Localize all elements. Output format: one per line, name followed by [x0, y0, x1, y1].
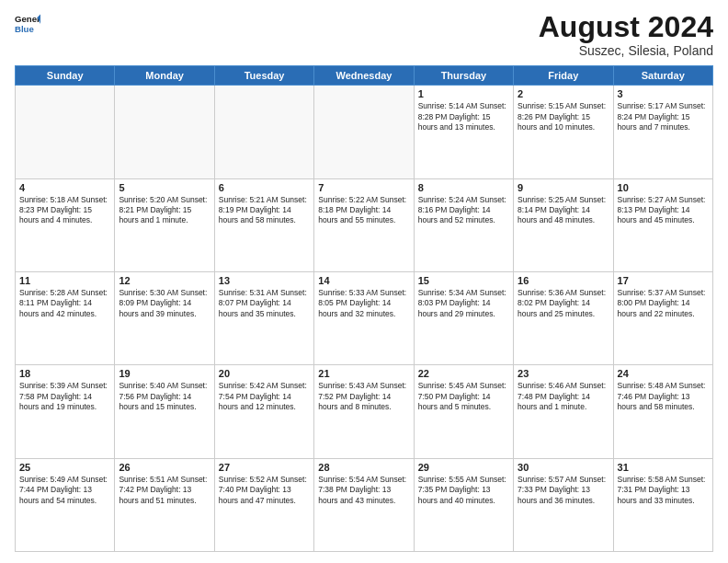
- cell-sun-info: Sunrise: 5:37 AM Sunset: 8:00 PM Dayligh…: [618, 288, 709, 319]
- day-number: 11: [19, 275, 110, 286]
- calendar-cell: 16Sunrise: 5:36 AM Sunset: 8:02 PM Dayli…: [514, 271, 613, 364]
- calendar-header: SundayMondayTuesdayWednesdayThursdayFrid…: [16, 66, 713, 86]
- cell-sun-info: Sunrise: 5:18 AM Sunset: 8:23 PM Dayligh…: [19, 195, 110, 226]
- day-number: 9: [518, 182, 609, 193]
- svg-text:General: General: [15, 14, 40, 24]
- calendar-cell: [115, 86, 214, 178]
- cell-sun-info: Sunrise: 5:25 AM Sunset: 8:14 PM Dayligh…: [518, 195, 609, 226]
- calendar-cell: 7Sunrise: 5:22 AM Sunset: 8:18 PM Daylig…: [314, 178, 414, 271]
- calendar-cell: 1Sunrise: 5:14 AM Sunset: 8:28 PM Daylig…: [414, 86, 513, 178]
- day-number: 19: [119, 368, 210, 379]
- day-number: 29: [418, 462, 509, 473]
- day-number: 3: [618, 88, 709, 99]
- cell-sun-info: Sunrise: 5:49 AM Sunset: 7:44 PM Dayligh…: [19, 475, 110, 506]
- day-number: 5: [119, 182, 210, 193]
- calendar-cell: 23Sunrise: 5:46 AM Sunset: 7:48 PM Dayli…: [514, 365, 613, 458]
- week-row-5: 25Sunrise: 5:49 AM Sunset: 7:44 PM Dayli…: [16, 458, 713, 551]
- svg-text:Blue: Blue: [15, 24, 34, 34]
- cell-sun-info: Sunrise: 5:55 AM Sunset: 7:35 PM Dayligh…: [418, 475, 509, 506]
- month-year: August 2024: [539, 11, 713, 43]
- cell-sun-info: Sunrise: 5:46 AM Sunset: 7:48 PM Dayligh…: [518, 381, 609, 412]
- cell-sun-info: Sunrise: 5:20 AM Sunset: 8:21 PM Dayligh…: [119, 195, 210, 226]
- day-number: 15: [418, 275, 509, 286]
- cell-sun-info: Sunrise: 5:31 AM Sunset: 8:07 PM Dayligh…: [219, 288, 310, 319]
- day-number: 23: [518, 368, 609, 379]
- day-number: 17: [618, 275, 709, 286]
- calendar-cell: 5Sunrise: 5:20 AM Sunset: 8:21 PM Daylig…: [115, 178, 214, 271]
- calendar-cell: 2Sunrise: 5:15 AM Sunset: 8:26 PM Daylig…: [514, 86, 613, 178]
- calendar-cell: 6Sunrise: 5:21 AM Sunset: 8:19 PM Daylig…: [214, 178, 313, 271]
- day-number: 6: [219, 182, 310, 193]
- day-number: 30: [518, 462, 609, 473]
- day-number: 13: [219, 275, 310, 286]
- calendar-cell: 31Sunrise: 5:58 AM Sunset: 7:31 PM Dayli…: [613, 458, 712, 551]
- day-number: 12: [119, 275, 210, 286]
- weekday-header-wednesday: Wednesday: [314, 66, 414, 86]
- weekday-header-thursday: Thursday: [414, 66, 513, 86]
- calendar-cell: 4Sunrise: 5:18 AM Sunset: 8:23 PM Daylig…: [16, 178, 115, 271]
- calendar-cell: 9Sunrise: 5:25 AM Sunset: 8:14 PM Daylig…: [514, 178, 613, 271]
- calendar-cell: [314, 86, 414, 178]
- cell-sun-info: Sunrise: 5:34 AM Sunset: 8:03 PM Dayligh…: [418, 288, 509, 319]
- day-number: 22: [418, 368, 509, 379]
- day-number: 28: [318, 462, 409, 473]
- weekday-header-saturday: Saturday: [613, 66, 712, 86]
- week-row-3: 11Sunrise: 5:28 AM Sunset: 8:11 PM Dayli…: [16, 271, 713, 364]
- day-number: 31: [618, 462, 709, 473]
- cell-sun-info: Sunrise: 5:36 AM Sunset: 8:02 PM Dayligh…: [518, 288, 609, 319]
- cell-sun-info: Sunrise: 5:30 AM Sunset: 8:09 PM Dayligh…: [119, 288, 210, 319]
- weekday-header-sunday: Sunday: [16, 66, 115, 86]
- location: Suszec, Silesia, Poland: [539, 43, 713, 58]
- cell-sun-info: Sunrise: 5:52 AM Sunset: 7:40 PM Dayligh…: [219, 475, 310, 506]
- cell-sun-info: Sunrise: 5:51 AM Sunset: 7:42 PM Dayligh…: [119, 475, 210, 506]
- calendar-cell: 27Sunrise: 5:52 AM Sunset: 7:40 PM Dayli…: [214, 458, 313, 551]
- calendar-cell: 22Sunrise: 5:45 AM Sunset: 7:50 PM Dayli…: [414, 365, 513, 458]
- cell-sun-info: Sunrise: 5:57 AM Sunset: 7:33 PM Dayligh…: [518, 475, 609, 506]
- calendar-cell: 26Sunrise: 5:51 AM Sunset: 7:42 PM Dayli…: [115, 458, 214, 551]
- cell-sun-info: Sunrise: 5:27 AM Sunset: 8:13 PM Dayligh…: [618, 195, 709, 226]
- calendar-cell: 21Sunrise: 5:43 AM Sunset: 7:52 PM Dayli…: [314, 365, 414, 458]
- day-number: 7: [318, 182, 409, 193]
- calendar-cell: 30Sunrise: 5:57 AM Sunset: 7:33 PM Dayli…: [514, 458, 613, 551]
- logo: General Blue: [15, 11, 40, 37]
- cell-sun-info: Sunrise: 5:24 AM Sunset: 8:16 PM Dayligh…: [418, 195, 509, 226]
- cell-sun-info: Sunrise: 5:28 AM Sunset: 8:11 PM Dayligh…: [19, 288, 110, 319]
- day-number: 14: [318, 275, 409, 286]
- calendar-cell: 11Sunrise: 5:28 AM Sunset: 8:11 PM Dayli…: [16, 271, 115, 364]
- cell-sun-info: Sunrise: 5:43 AM Sunset: 7:52 PM Dayligh…: [318, 381, 409, 412]
- calendar-cell: 20Sunrise: 5:42 AM Sunset: 7:54 PM Dayli…: [214, 365, 313, 458]
- weekday-header-monday: Monday: [115, 66, 214, 86]
- cell-sun-info: Sunrise: 5:22 AM Sunset: 8:18 PM Dayligh…: [318, 195, 409, 226]
- weekday-header-tuesday: Tuesday: [214, 66, 313, 86]
- cell-sun-info: Sunrise: 5:14 AM Sunset: 8:28 PM Dayligh…: [418, 101, 509, 132]
- calendar-cell: 18Sunrise: 5:39 AM Sunset: 7:58 PM Dayli…: [16, 365, 115, 458]
- calendar-cell: 10Sunrise: 5:27 AM Sunset: 8:13 PM Dayli…: [613, 178, 712, 271]
- day-number: 4: [19, 182, 110, 193]
- header: General Blue August 2024 Suszec, Silesia…: [15, 11, 713, 58]
- cell-sun-info: Sunrise: 5:21 AM Sunset: 8:19 PM Dayligh…: [219, 195, 310, 226]
- week-row-1: 1Sunrise: 5:14 AM Sunset: 8:28 PM Daylig…: [16, 86, 713, 178]
- day-number: 10: [618, 182, 709, 193]
- day-number: 2: [518, 88, 609, 99]
- week-row-4: 18Sunrise: 5:39 AM Sunset: 7:58 PM Dayli…: [16, 365, 713, 458]
- calendar-cell: 28Sunrise: 5:54 AM Sunset: 7:38 PM Dayli…: [314, 458, 414, 551]
- calendar-cell: 19Sunrise: 5:40 AM Sunset: 7:56 PM Dayli…: [115, 365, 214, 458]
- week-row-2: 4Sunrise: 5:18 AM Sunset: 8:23 PM Daylig…: [16, 178, 713, 271]
- day-number: 27: [219, 462, 310, 473]
- title-block: August 2024 Suszec, Silesia, Poland: [539, 11, 713, 58]
- day-number: 20: [219, 368, 310, 379]
- cell-sun-info: Sunrise: 5:15 AM Sunset: 8:26 PM Dayligh…: [518, 101, 609, 132]
- calendar-cell: 8Sunrise: 5:24 AM Sunset: 8:16 PM Daylig…: [414, 178, 513, 271]
- calendar-cell: 14Sunrise: 5:33 AM Sunset: 8:05 PM Dayli…: [314, 271, 414, 364]
- cell-sun-info: Sunrise: 5:33 AM Sunset: 8:05 PM Dayligh…: [318, 288, 409, 319]
- calendar-table: SundayMondayTuesdayWednesdayThursdayFrid…: [15, 65, 713, 552]
- calendar-cell: 25Sunrise: 5:49 AM Sunset: 7:44 PM Dayli…: [16, 458, 115, 551]
- calendar-cell: 12Sunrise: 5:30 AM Sunset: 8:09 PM Dayli…: [115, 271, 214, 364]
- day-number: 8: [418, 182, 509, 193]
- calendar-cell: 13Sunrise: 5:31 AM Sunset: 8:07 PM Dayli…: [214, 271, 313, 364]
- cell-sun-info: Sunrise: 5:58 AM Sunset: 7:31 PM Dayligh…: [618, 475, 709, 506]
- cell-sun-info: Sunrise: 5:54 AM Sunset: 7:38 PM Dayligh…: [318, 475, 409, 506]
- calendar-cell: [214, 86, 313, 178]
- cell-sun-info: Sunrise: 5:39 AM Sunset: 7:58 PM Dayligh…: [19, 381, 110, 412]
- cell-sun-info: Sunrise: 5:40 AM Sunset: 7:56 PM Dayligh…: [119, 381, 210, 412]
